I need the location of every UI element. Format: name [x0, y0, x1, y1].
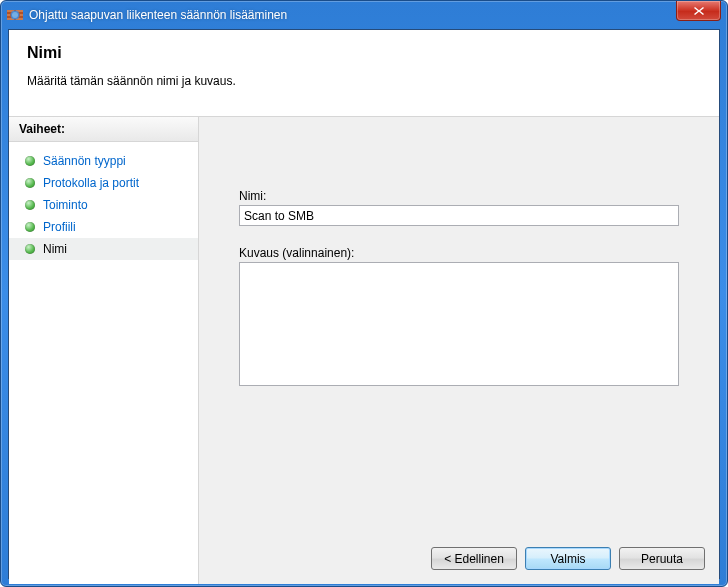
wizard-window: Ohjattu saapuvan liikenteen säännön lisä… — [0, 0, 728, 587]
close-button[interactable] — [676, 1, 721, 21]
step-label: Toiminto — [43, 198, 88, 212]
step-label: Profiili — [43, 220, 76, 234]
finish-button[interactable]: Valmis — [525, 547, 611, 570]
step-action[interactable]: Toiminto — [9, 194, 198, 216]
page-title: Nimi — [27, 44, 701, 62]
bullet-icon — [25, 200, 35, 210]
description-input[interactable] — [239, 262, 679, 386]
close-icon — [693, 6, 705, 16]
window-title: Ohjattu saapuvan liikenteen säännön lisä… — [29, 8, 676, 22]
title-bar: Ohjattu saapuvan liikenteen säännön lisä… — [1, 1, 727, 29]
firewall-icon — [7, 7, 23, 23]
description-label: Kuvaus (valinnainen): — [239, 246, 679, 260]
step-protocol-ports[interactable]: Protokolla ja portit — [9, 172, 198, 194]
name-input[interactable] — [239, 205, 679, 226]
back-button[interactable]: < Edellinen — [431, 547, 517, 570]
bullet-icon — [25, 178, 35, 188]
button-row: < Edellinen Valmis Peruuta — [431, 547, 705, 570]
bullet-icon — [25, 244, 35, 254]
step-profile[interactable]: Profiili — [9, 216, 198, 238]
step-label: Nimi — [43, 242, 67, 256]
step-label: Protokolla ja portit — [43, 176, 139, 190]
step-label: Säännön tyyppi — [43, 154, 126, 168]
wizard-main: Nimi: Kuvaus (valinnainen): < Edellinen … — [199, 117, 719, 584]
name-label: Nimi: — [239, 189, 679, 203]
page-subtitle: Määritä tämän säännön nimi ja kuvaus. — [27, 74, 701, 88]
sidebar-heading: Vaiheet: — [9, 117, 198, 142]
wizard-sidebar: Vaiheet: Säännön tyyppi Protokolla ja po… — [9, 117, 199, 584]
form: Nimi: Kuvaus (valinnainen): — [199, 117, 719, 389]
client-area: Nimi Määritä tämän säännön nimi ja kuvau… — [8, 29, 720, 579]
cancel-button[interactable]: Peruuta — [619, 547, 705, 570]
wizard-body: Vaiheet: Säännön tyyppi Protokolla ja po… — [9, 117, 719, 584]
wizard-header: Nimi Määritä tämän säännön nimi ja kuvau… — [9, 30, 719, 117]
bullet-icon — [25, 222, 35, 232]
svg-point-9 — [12, 12, 18, 18]
step-name[interactable]: Nimi — [9, 238, 198, 260]
bullet-icon — [25, 156, 35, 166]
step-rule-type[interactable]: Säännön tyyppi — [9, 150, 198, 172]
steps-list: Säännön tyyppi Protokolla ja portit Toim… — [9, 142, 198, 268]
